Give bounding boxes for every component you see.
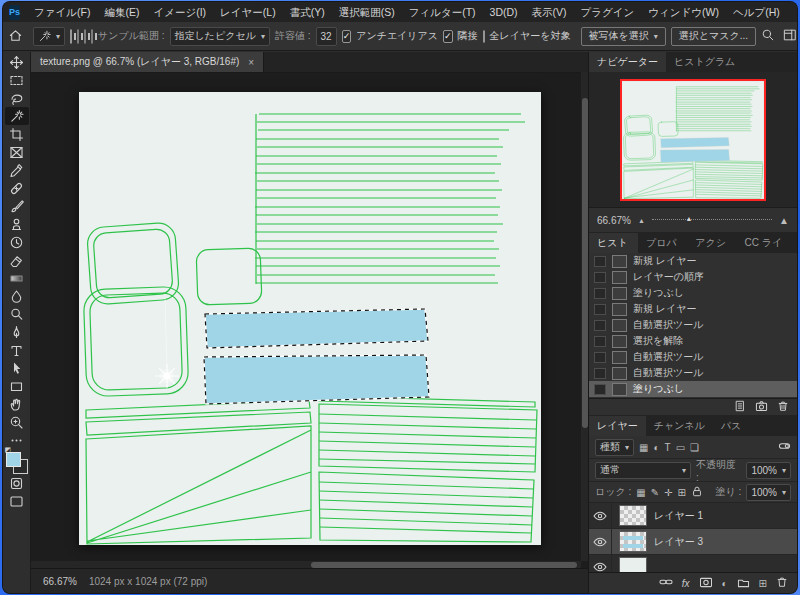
history-item[interactable]: 自動選択ツール: [589, 317, 797, 333]
selection-add-icon[interactable]: [77, 29, 79, 44]
lock-pixels-icon[interactable]: ✎: [651, 487, 659, 498]
tab-histogram[interactable]: ヒストグラム: [666, 52, 743, 72]
tab-navigator[interactable]: ナビゲーター: [589, 52, 666, 72]
history-item-selected[interactable]: 塗りつぶし: [589, 381, 797, 397]
menu-edit[interactable]: 編集(E): [97, 2, 146, 22]
blend-mode-select[interactable]: 通常 ▾: [595, 462, 691, 479]
delete-layer-icon[interactable]: [776, 576, 788, 590]
lock-transparency-icon[interactable]: ▦: [636, 487, 645, 498]
history-source-box[interactable]: [594, 368, 606, 379]
history-item[interactable]: 自動選択ツール: [589, 349, 797, 365]
type-tool[interactable]: [5, 341, 29, 359]
tab-layers[interactable]: レイヤー: [589, 416, 646, 436]
navigator-zoom-value[interactable]: 66.67%: [597, 215, 631, 226]
brush-tool[interactable]: [5, 197, 29, 215]
search-icon[interactable]: [761, 28, 775, 44]
menu-view[interactable]: 表示(V): [525, 2, 574, 22]
filter-type-icon[interactable]: T: [665, 442, 671, 453]
healing-brush-tool[interactable]: [5, 179, 29, 197]
layer-row[interactable]: レイヤー 1: [589, 503, 797, 529]
history-source-box[interactable]: [594, 304, 606, 315]
lasso-tool[interactable]: [5, 89, 29, 107]
layer-row-selected[interactable]: レイヤー 3: [589, 529, 797, 555]
status-zoom[interactable]: 66.67%: [43, 576, 77, 587]
filter-pixel-icon[interactable]: ▦: [639, 442, 648, 453]
sample-size-select[interactable]: 指定したピクセル ▾: [170, 27, 270, 46]
fill-select[interactable]: 100% ▾: [746, 484, 791, 501]
history-source-box[interactable]: [594, 288, 606, 299]
delete-state-icon[interactable]: [777, 398, 789, 415]
layer-thumbnail[interactable]: [619, 531, 647, 552]
menu-layer[interactable]: レイヤー(L): [213, 2, 283, 22]
foreground-color-swatch[interactable]: [6, 452, 21, 467]
home-icon[interactable]: [8, 28, 23, 45]
contiguous-checkbox[interactable]: ✓: [443, 30, 453, 43]
minimize-button[interactable]: ─: [787, 2, 797, 22]
all-layers-checkbox[interactable]: [483, 30, 485, 43]
layer-name[interactable]: レイヤー 3: [654, 535, 703, 549]
filter-type-select[interactable]: 種類 ▾: [595, 439, 634, 456]
color-swatches[interactable]: ◩: [6, 452, 28, 474]
selection-new-icon[interactable]: [70, 29, 72, 44]
crop-tool[interactable]: [5, 125, 29, 143]
status-doc-info[interactable]: 1024 px x 1024 px (72 ppi): [89, 576, 207, 587]
visibility-toggle[interactable]: [589, 503, 612, 528]
canvas-artboard[interactable]: [79, 92, 541, 545]
tab-history[interactable]: ヒストリー: [589, 233, 638, 253]
document-tab[interactable]: texture.png @ 66.7% (レイヤー 3, RGB/16#) ×: [31, 52, 264, 72]
navigator-view-box[interactable]: [620, 79, 766, 201]
dodge-tool[interactable]: [5, 305, 29, 323]
pen-tool[interactable]: [5, 323, 29, 341]
marquee-tool[interactable]: [5, 71, 29, 89]
path-select-tool[interactable]: [5, 359, 29, 377]
tab-channels[interactable]: チャンネル: [646, 416, 713, 436]
history-source-box[interactable]: [594, 320, 606, 331]
history-item[interactable]: レイヤーの順序: [589, 269, 797, 285]
menu-select[interactable]: 選択範囲(S): [332, 2, 402, 22]
history-source-box[interactable]: [594, 336, 606, 347]
tab-actions[interactable]: アクション: [687, 233, 736, 253]
menu-image[interactable]: イメージ(I): [146, 2, 213, 22]
tolerance-input[interactable]: 32: [316, 27, 337, 46]
menu-file[interactable]: ファイル(F): [27, 2, 97, 22]
history-brush-tool[interactable]: [5, 233, 29, 251]
adjustment-layer-icon[interactable]: ◐: [722, 578, 728, 589]
new-group-icon[interactable]: [737, 577, 750, 590]
tab-properties[interactable]: プロパティ: [638, 233, 687, 253]
eyedropper-tool[interactable]: [5, 161, 29, 179]
zoom-out-icon[interactable]: ▲: [638, 217, 645, 224]
history-source-box[interactable]: [594, 272, 606, 283]
navigator-preview[interactable]: [589, 72, 797, 208]
menu-help[interactable]: ヘルプ(H): [726, 2, 787, 22]
menu-3d[interactable]: 3D(D): [483, 2, 525, 22]
filter-smart-object-icon[interactable]: ❏: [690, 442, 699, 453]
hand-tool[interactable]: [5, 395, 29, 413]
history-source-box[interactable]: [594, 352, 606, 363]
lock-position-icon[interactable]: ✛: [664, 487, 672, 498]
frame-tool[interactable]: [5, 143, 29, 161]
menu-filter[interactable]: フィルター(T): [402, 2, 483, 22]
selection-intersect-icon[interactable]: [91, 29, 93, 44]
slider-thumb[interactable]: ▲: [686, 215, 693, 222]
opacity-select[interactable]: 100% ▾: [746, 462, 791, 479]
tab-close-icon[interactable]: ×: [248, 57, 254, 68]
filter-toggle-icon[interactable]: [778, 440, 791, 454]
lock-all-icon[interactable]: [691, 485, 703, 499]
visibility-toggle[interactable]: [589, 529, 612, 554]
tab-paths[interactable]: パス: [713, 416, 749, 436]
history-item[interactable]: 選択を解除: [589, 333, 797, 349]
magic-wand-tool[interactable]: [5, 107, 29, 125]
clone-stamp-tool[interactable]: [5, 215, 29, 233]
tool-preset[interactable]: ▾: [33, 27, 65, 46]
move-tool[interactable]: [5, 53, 29, 71]
layer-thumbnail[interactable]: [619, 505, 647, 526]
eraser-tool[interactable]: [5, 251, 29, 269]
screen-mode-button[interactable]: [5, 492, 29, 510]
history-item[interactable]: 自動選択ツール: [589, 365, 797, 381]
tab-cc-libraries[interactable]: CC ライブラリ: [737, 233, 797, 253]
filter-adjustment-icon[interactable]: ◐: [653, 442, 659, 453]
blur-tool[interactable]: [5, 287, 29, 305]
history-item[interactable]: 塗りつぶし: [589, 285, 797, 301]
gradient-tool[interactable]: [5, 269, 29, 287]
add-mask-icon[interactable]: [699, 577, 713, 590]
